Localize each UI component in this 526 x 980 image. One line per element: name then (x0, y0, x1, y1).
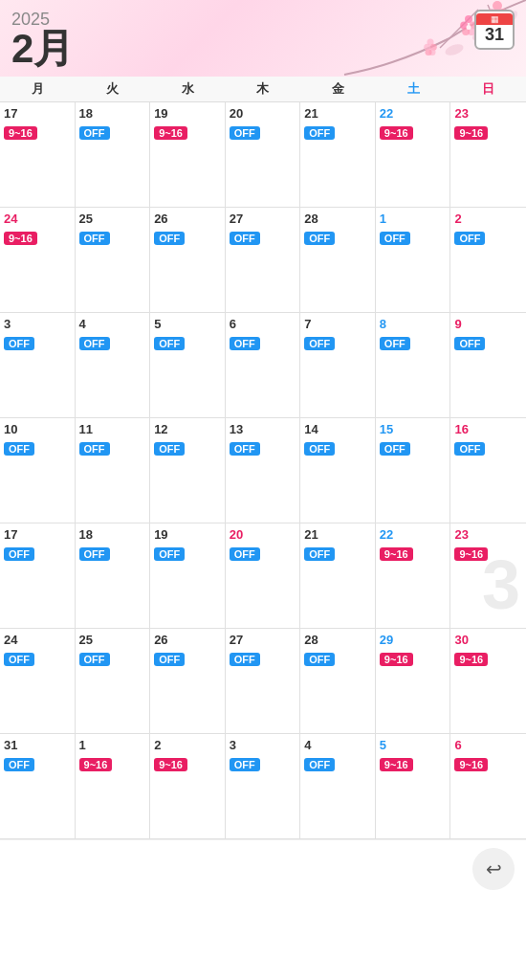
schedule-badge: OFF (304, 653, 335, 666)
schedule-badge: 9~16 (454, 126, 488, 140)
date-number: 24 (4, 633, 71, 647)
svg-point-15 (426, 49, 432, 56)
cal-cell-5-1: 25OFF (76, 629, 151, 734)
date-number: 3 (4, 317, 71, 331)
year-label: 2025 (11, 10, 50, 30)
date-number: 25 (79, 212, 146, 226)
date-number: 18 (79, 106, 146, 121)
cal-cell-0-1: 18OFF (76, 102, 151, 208)
schedule-badge: OFF (380, 232, 410, 245)
schedule-badge: OFF (154, 442, 185, 456)
schedule-badge: OFF (380, 337, 410, 350)
date-number: 23 (454, 106, 522, 121)
bottom-bar: ↩ (0, 839, 526, 898)
schedule-badge: OFF (304, 126, 335, 140)
cal-cell-5-5: 299~16 (376, 629, 451, 734)
date-number: 8 (380, 317, 447, 331)
cal-cell-3-0: 10OFF (0, 418, 76, 523)
date-number: 2 (154, 738, 221, 752)
date-number: 16 (454, 422, 522, 436)
schedule-badge: OFF (230, 442, 260, 456)
schedule-badge: OFF (4, 758, 34, 771)
back-button[interactable]: ↩ (472, 848, 515, 890)
week-row-2: 3OFF4OFF5OFF6OFF7OFF8OFF9OFF (0, 313, 526, 418)
date-number: 2 (454, 212, 522, 226)
svg-point-13 (430, 44, 437, 51)
date-number: 15 (380, 422, 447, 436)
cal-cell-6-1: 19~16 (76, 734, 151, 839)
week-row-3: 10OFF11OFF12OFF13OFF14OFF15OFF16OFF (0, 418, 526, 523)
schedule-badge: OFF (230, 232, 260, 245)
svg-point-16 (424, 44, 430, 51)
schedule-badge: OFF (304, 758, 335, 771)
cal-cell-6-6: 69~16 (450, 734, 526, 839)
cal-cell-3-3: 13OFF (226, 418, 301, 523)
date-number: 5 (154, 317, 221, 331)
cal-cell-5-0: 24OFF (0, 629, 76, 734)
date-number: 22 (380, 106, 447, 121)
cal-cell-5-4: 28OFF (300, 629, 376, 734)
schedule-badge: OFF (304, 337, 335, 350)
schedule-badge: 9~16 (380, 653, 413, 666)
schedule-badge: OFF (154, 337, 185, 350)
schedule-badge: OFF (304, 547, 335, 561)
date-number: 27 (230, 633, 296, 647)
svg-point-10 (460, 22, 468, 30)
cal-cell-0-3: 20OFF (226, 102, 301, 208)
date-number: 1 (79, 738, 146, 752)
schedule-badge: OFF (454, 232, 485, 245)
schedule-badge: OFF (4, 547, 34, 561)
svg-point-12 (427, 39, 434, 46)
date-number: 21 (304, 527, 371, 542)
schedule-badge: OFF (79, 547, 110, 561)
schedule-badge: OFF (4, 442, 34, 456)
date-number: 6 (230, 317, 296, 331)
date-number: 24 (4, 212, 71, 226)
schedule-badge: OFF (79, 126, 110, 140)
week-row-0: 179~1618OFF199~1620OFF21OFF229~16239~16 (0, 102, 526, 208)
cal-cell-0-0: 179~16 (0, 102, 76, 208)
cal-cell-1-5: 1OFF (376, 208, 451, 313)
date-number: 20 (230, 527, 296, 542)
calendar-date-icon[interactable]: ▦ 31 (474, 10, 515, 50)
cal-cell-5-2: 26OFF (150, 629, 226, 734)
cal-cell-0-6: 239~16 (450, 102, 526, 208)
month-label: 2月 (11, 29, 74, 69)
schedule-badge: OFF (79, 442, 110, 456)
date-number: 10 (4, 422, 71, 436)
cal-cell-5-6: 309~16 (450, 629, 526, 734)
date-number: 1 (380, 212, 447, 226)
schedule-badge: OFF (230, 547, 260, 561)
cal-cell-0-5: 229~16 (376, 102, 451, 208)
dow-cell-火: 火 (76, 77, 151, 101)
schedule-badge: OFF (380, 442, 410, 456)
cal-cell-1-1: 25OFF (76, 208, 151, 313)
cal-cell-6-4: 4OFF (300, 734, 376, 839)
schedule-badge: OFF (230, 653, 260, 666)
calendar-icon-date: 31 (485, 25, 504, 46)
schedule-badge: OFF (79, 337, 110, 350)
date-number: 11 (79, 422, 146, 436)
date-number: 26 (154, 633, 221, 647)
date-number: 27 (230, 212, 296, 226)
svg-point-11 (467, 25, 471, 30)
cal-cell-4-4: 21OFF (300, 523, 376, 629)
dow-cell-水: 水 (150, 77, 226, 101)
schedule-badge: 9~16 (454, 547, 488, 561)
date-number: 4 (79, 317, 146, 331)
schedule-badge: OFF (4, 337, 34, 350)
date-number: 20 (230, 106, 296, 121)
date-number: 4 (304, 738, 371, 752)
cal-cell-3-4: 14OFF (300, 418, 376, 523)
date-number: 18 (79, 527, 146, 542)
schedule-badge: 9~16 (380, 126, 413, 140)
cal-cell-4-1: 18OFF (76, 523, 151, 629)
schedule-badge: 9~16 (154, 126, 187, 140)
cal-cell-1-3: 27OFF (226, 208, 301, 313)
calendar-grid: 179~1618OFF199~1620OFF21OFF229~16239~162… (0, 102, 526, 839)
schedule-badge: OFF (154, 232, 185, 245)
cal-cell-6-0: 31OFF (0, 734, 76, 839)
schedule-badge: 9~16 (454, 653, 488, 666)
cal-cell-1-4: 28OFF (300, 208, 376, 313)
cal-cell-6-5: 59~16 (376, 734, 451, 839)
